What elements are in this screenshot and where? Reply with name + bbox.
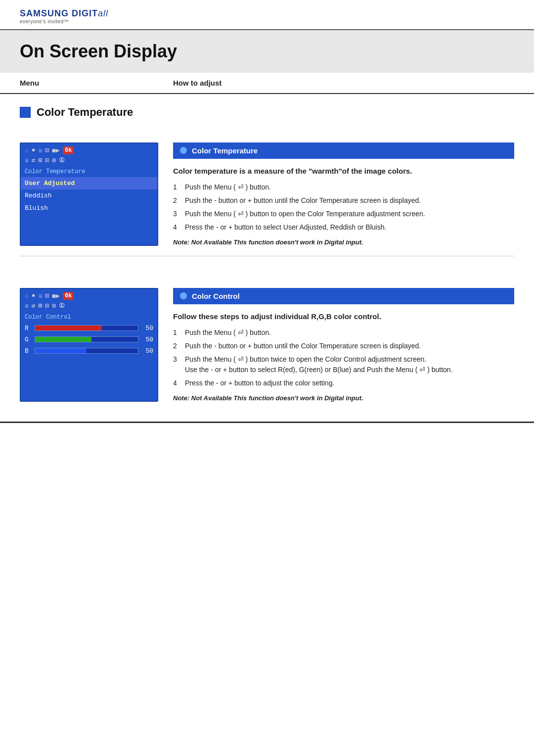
osd2-bar-g: G 50 — [21, 334, 157, 345]
osd2-icon-video: ◼▶ — [52, 292, 60, 300]
page-title: On Screen Display — [20, 41, 514, 62]
section2-note: Note: Not Available This function doesn'… — [173, 394, 514, 402]
osd-icon-active-6k: 6k — [63, 146, 74, 154]
bottom-rule — [0, 422, 534, 423]
osd2-bar-track-b — [35, 348, 138, 354]
osd1-icons-row2: ☒ ⇌ ⊞ ⊟ ⊙ ① — [21, 155, 157, 166]
osd-icon-brightness: ☆ — [25, 146, 29, 154]
section2-heading-row — [20, 256, 514, 268]
section1-heading-row: Color Temperature — [20, 94, 514, 119]
section2-blue-header: Color Control — [173, 288, 514, 304]
osd2-icon-magic: ☒ — [39, 292, 43, 300]
page-header: SAMSUNG DIGITall everyone's invited™ — [0, 0, 534, 30]
section1: ☆ ● ☒ ⊟ ◼▶ 6k ☒ ⇌ ⊞ ⊟ ⊙ ① Color Temperat… — [20, 128, 514, 256]
osd-icon-video: ◼▶ — [52, 146, 60, 154]
osd2-bar-value-b: 50 — [141, 347, 153, 355]
osd2-bar-fill-b — [35, 348, 87, 353]
blue-dot-1 — [180, 147, 187, 154]
osd2-bar-b: B 50 — [21, 345, 157, 357]
step1-4: 4 Press the - or + button to select User… — [173, 222, 514, 233]
osd-icon-power: ① — [59, 156, 65, 164]
section2-description: Follow these steps to adjust individual … — [173, 311, 514, 322]
osd1-item-user-adjusted: User Adjusted — [21, 177, 157, 189]
section1-steps: 1 Push the Menu ( ⏎ ) button. 2 Push the… — [173, 182, 514, 233]
blue-dot-2 — [180, 292, 187, 299]
color-temp-icon — [20, 107, 31, 118]
section1-description: Color temperature is a measure of the "w… — [173, 166, 514, 176]
osd2-bar-track-r — [35, 325, 138, 331]
section1-heading: Color Temperature — [20, 106, 514, 119]
osd2-bar-fill-r — [35, 326, 102, 331]
brand-name: SAMSUNG DIGITall — [20, 9, 514, 19]
osd-icon-magic: ☒ — [39, 146, 43, 154]
osd-icon-contrast: ● — [32, 146, 36, 154]
section1-blue-header-text: Color Temperature — [192, 146, 258, 155]
osd1-icons-row1: ☆ ● ☒ ⊟ ◼▶ 6k — [21, 143, 157, 155]
osd2-icon-pict: ☒ — [25, 302, 29, 310]
osd2-icon-menu: ⊞ — [39, 302, 43, 310]
osd2-bar-value-g: 50 — [141, 336, 153, 343]
menu-column-header: Menu — [20, 79, 173, 87]
section2-right-panel: Color Control Follow these steps to adju… — [173, 288, 514, 402]
page-title-area: On Screen Display — [0, 30, 534, 73]
section1-blue-header: Color Temperature — [173, 142, 514, 159]
osd2-icon-image: ⊟ — [45, 292, 49, 300]
osd2-bar-r: R 50 — [21, 323, 157, 334]
section1-title: Color Temperature — [37, 106, 133, 119]
osd2-icon-brightness: ☆ — [25, 292, 29, 300]
osd1-item-reddish: Reddish — [21, 189, 157, 202]
osd2-icon-contrast: ● — [32, 292, 36, 299]
samsung-logo: SAMSUNG DIGITall everyone's invited™ — [20, 9, 514, 24]
step1-3: 3 Push the Menu ( ⏎ ) button to open the… — [173, 209, 514, 219]
section2: ☆ ● ☒ ⊟ ◼▶ 6k ☒ ⇌ ⊞ ⊟ ⊙ ① Color Control … — [20, 273, 514, 412]
step2-3: 3 Push the Menu ( ⏎ ) button twice to op… — [173, 354, 514, 375]
section1-right-panel: Color Temperature Color temperature is a… — [173, 142, 514, 246]
how-column-header: How to adjust — [173, 79, 514, 87]
step2-1: 1 Push the Menu ( ⏎ ) button. — [173, 328, 514, 338]
section1-note: Note: Not Available This function doesn'… — [173, 238, 514, 246]
step1-2: 2 Push the - button or + button until th… — [173, 195, 514, 206]
osd2-icons-row2: ☒ ⇌ ⊞ ⊟ ⊙ ① — [21, 301, 157, 312]
column-headers: Menu How to adjust — [0, 73, 534, 94]
osd2-icon-info: ⊙ — [52, 302, 56, 310]
osd-icon-info: ⊙ — [52, 156, 56, 164]
osd-icon-pict: ☒ — [25, 156, 29, 164]
osd-icon-image: ⊟ — [45, 146, 49, 154]
osd2-icon-refresh: ⇌ — [32, 302, 36, 310]
osd-icon-minus: ⊟ — [45, 156, 49, 164]
main-content: Color Temperature ☆ ● ☒ ⊟ ◼▶ 6k ☒ ⇌ ⊞ ⊟ … — [0, 94, 534, 412]
step2-2: 2 Push the - button or + button until th… — [173, 341, 514, 351]
osd2-label: Color Control — [21, 312, 157, 323]
osd2-bar-fill-g — [35, 337, 91, 342]
osd2-icon-minus: ⊟ — [45, 302, 49, 310]
osd-icon-refresh: ⇌ — [32, 156, 36, 164]
osd2-bar-track-g — [35, 336, 138, 342]
osd2-icon-active-6k: 6k — [63, 292, 74, 300]
osd2-icons-row1: ☆ ● ☒ ⊟ ◼▶ 6k — [21, 289, 157, 301]
section2-blue-header-text: Color Control — [192, 292, 240, 300]
step2-4: 4 Press the - or + button to adjust the … — [173, 378, 514, 388]
osd2-icon-power: ① — [59, 302, 65, 310]
osd1-item-bluish: Bluish — [21, 202, 157, 214]
step1-1: 1 Push the Menu ( ⏎ ) button. — [173, 182, 514, 192]
section2-osd-panel: ☆ ● ☒ ⊟ ◼▶ 6k ☒ ⇌ ⊞ ⊟ ⊙ ① Color Control … — [20, 288, 158, 402]
osd2-bar-value-r: 50 — [141, 325, 153, 332]
osd1-label: Color Temperature — [21, 166, 157, 177]
section1-osd-panel: ☆ ● ☒ ⊟ ◼▶ 6k ☒ ⇌ ⊞ ⊟ ⊙ ① Color Temperat… — [20, 142, 158, 246]
osd-icon-menu: ⊞ — [39, 156, 43, 164]
tagline: everyone's invited™ — [20, 19, 514, 24]
section2-steps: 1 Push the Menu ( ⏎ ) button. 2 Push the… — [173, 328, 514, 388]
